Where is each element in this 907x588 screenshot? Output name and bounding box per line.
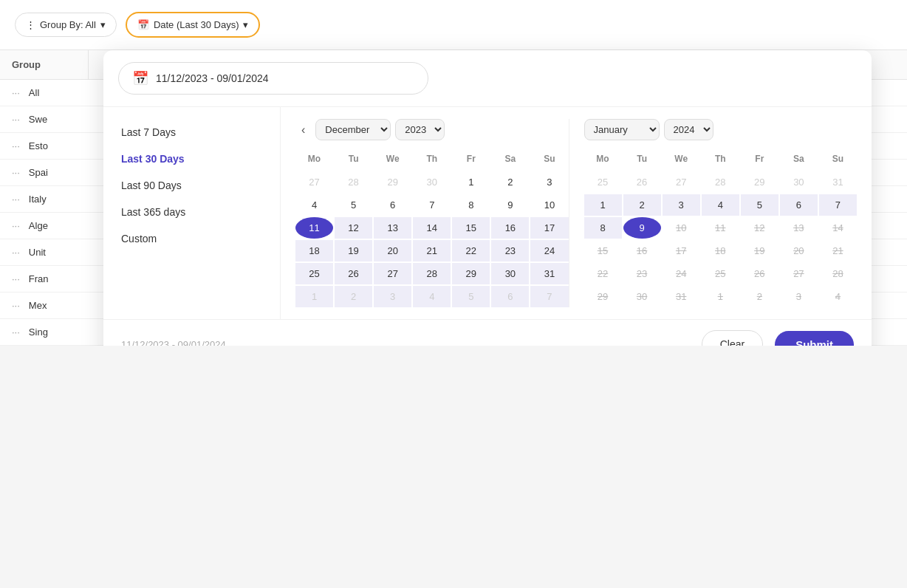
clear-button[interactable]: Clear [702,330,763,346]
cal-cell[interactable]: 7 [413,194,451,216]
cal-cell: 12 [741,217,778,239]
cal-cell[interactable]: 4 [295,194,333,216]
cal-cell[interactable]: 31 [819,171,857,193]
left-month-select[interactable]: JanuaryFebruaryMarchAprilMayJuneJulyAugu… [315,119,391,140]
row-dots[interactable]: ··· [12,300,20,311]
cal-cell[interactable]: 9 [623,217,661,239]
cal-cell[interactable]: 3 [374,286,411,307]
cal-cell[interactable]: 3 [663,194,700,216]
cal-cell: 13 [780,217,818,239]
cal-cell[interactable]: 17 [530,217,568,239]
cal-cell: 20 [780,240,818,261]
cal-cell[interactable]: 28 [335,171,372,193]
cal-cell[interactable]: 31 [530,263,568,284]
cal-cell[interactable]: 19 [335,240,372,261]
row-dots[interactable]: ··· [12,114,20,125]
preset-item-last30[interactable]: Last 30 Days [103,146,280,172]
cal-cell[interactable]: 25 [295,263,333,284]
cal-cell[interactable]: 29 [374,171,411,193]
cal-cell[interactable]: 6 [780,194,818,216]
group-by-icon: ⋮ [26,19,35,30]
cal-cell[interactable]: 30 [413,171,451,193]
cal-cell[interactable]: 26 [335,263,372,284]
row-dots[interactable]: ··· [12,327,20,338]
cal-cell[interactable]: 27 [374,263,411,284]
day-header: We [374,151,411,170]
row-dots[interactable]: ··· [12,167,20,178]
preset-item-last365[interactable]: Last 365 days [103,199,280,225]
cal-cell[interactable]: 30 [780,171,818,193]
cal-cell[interactable]: 3 [530,171,568,193]
left-year-select[interactable]: 2022202320242025 [395,119,445,140]
cal-cell[interactable]: 23 [491,240,529,261]
cal-cell[interactable]: 4 [702,194,739,216]
group-by-button[interactable]: ⋮ Group By: All ▾ [15,13,117,37]
cal-cell[interactable]: 20 [374,240,411,261]
calendar-icon-input: 📅 [132,70,148,86]
cal-cell: 27 [780,263,818,284]
preset-item-last90[interactable]: Last 90 Days [103,172,280,199]
cal-cell: 18 [702,240,739,261]
cal-cell[interactable]: 10 [530,194,568,216]
row-dots[interactable]: ··· [12,247,20,258]
cal-cell[interactable]: 29 [741,171,778,193]
main-area: Group ↓ DLR status Receipt status Deli ·… [0,50,907,346]
cal-cell[interactable]: 5 [741,194,778,216]
cal-cell[interactable]: 22 [452,240,490,261]
cal-cell: 23 [623,263,661,284]
cal-cell[interactable]: 14 [413,217,451,239]
cal-cell[interactable]: 30 [491,263,529,284]
row-name: All [29,87,39,98]
right-month-select[interactable]: JanuaryFebruaryMarchAprilMayJuneJulyAugu… [584,119,660,140]
cal-cell[interactable]: 7 [819,194,857,216]
cal-cell: 22 [584,263,622,284]
cal-cell[interactable]: 2 [335,286,372,307]
cal-cell[interactable]: 26 [623,171,661,193]
submit-button[interactable]: Submit [775,331,854,346]
cal-cell[interactable]: 4 [413,286,451,307]
cal-cell[interactable]: 27 [663,171,700,193]
cal-cell[interactable]: 13 [374,217,411,239]
cal-cell[interactable]: 8 [452,194,490,216]
day-header: Fr [452,151,490,170]
cal-cell[interactable]: 18 [295,240,333,261]
row-dots[interactable]: ··· [12,87,20,98]
cal-cell[interactable]: 6 [374,194,411,216]
cal-cell: 3 [780,286,818,307]
cal-cell[interactable]: 29 [452,263,490,284]
cal-cell: 17 [663,240,700,261]
cal-cell[interactable]: 9 [491,194,529,216]
cal-cell[interactable]: 28 [702,171,739,193]
cal-cell[interactable]: 24 [530,240,568,261]
cal-cell[interactable]: 21 [413,240,451,261]
right-year-select[interactable]: 2022202320242025 [664,119,713,140]
cal-cell[interactable]: 2 [623,194,661,216]
cal-cell[interactable]: 6 [491,286,529,307]
cal-cell[interactable]: 7 [530,286,568,307]
cal-cell[interactable]: 25 [584,171,622,193]
cal-cell[interactable]: 1 [584,194,622,216]
cal-cell[interactable]: 11 [295,217,333,239]
panel-footer: 11/12/2023 - 09/01/2024 Clear Submit [103,319,872,346]
prev-month-button[interactable]: ‹ [295,120,311,140]
preset-item-custom[interactable]: Custom [103,225,280,252]
presets-sidebar: Last 7 DaysLast 30 DaysLast 90 DaysLast … [103,107,281,319]
cal-cell[interactable]: 27 [295,171,333,193]
cal-cell[interactable]: 5 [452,286,490,307]
preset-item-last7[interactable]: Last 7 Days [103,119,280,146]
cal-cell[interactable]: 1 [452,171,490,193]
row-dots[interactable]: ··· [12,140,20,151]
date-input-box[interactable]: 📅 11/12/2023 - 09/01/2024 [118,62,428,95]
cal-cell[interactable]: 28 [413,263,451,284]
row-dots[interactable]: ··· [12,194,20,205]
cal-cell[interactable]: 12 [335,217,372,239]
cal-cell[interactable]: 16 [491,217,529,239]
row-dots[interactable]: ··· [12,220,20,231]
row-dots[interactable]: ··· [12,273,20,284]
cal-cell[interactable]: 1 [295,286,333,307]
cal-cell[interactable]: 8 [584,217,622,239]
cal-cell[interactable]: 15 [452,217,490,239]
cal-cell[interactable]: 2 [491,171,529,193]
date-filter-button[interactable]: 📅 Date (Last 30 Days) ▾ [126,12,261,38]
cal-cell[interactable]: 5 [335,194,372,216]
